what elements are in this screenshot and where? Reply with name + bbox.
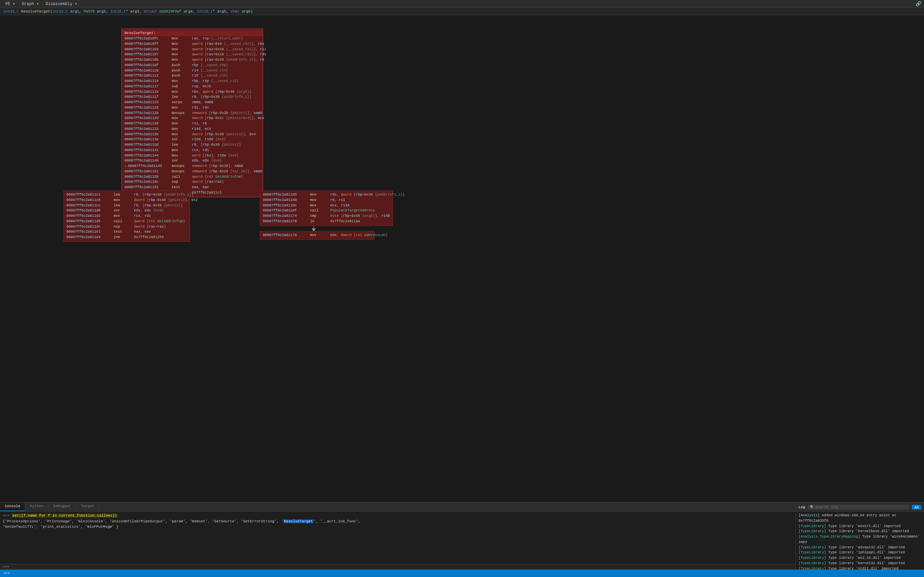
menu-pe[interactable]: PE ▾ — [3, 1, 18, 7]
asm-row: 00007ff6c2a8113dlear8, [rbp-0x30 {pHints… — [122, 142, 263, 148]
asm-row: 00007ff6c2a811d2movrcx, rdi — [64, 213, 190, 219]
sig-p6-name: arg6 — [242, 10, 250, 13]
tab-python[interactable]: Python — [25, 503, 48, 511]
asm-row: 00007ff6c2a811dcnopdword [rax+rax] — [64, 224, 190, 230]
asm-row: 00007ff6c2a81144movword [rbx], r15w {0x0… — [122, 153, 263, 158]
log-line: [TypeLibrary] Type library 'kernelbase.d… — [798, 529, 921, 534]
link-icon[interactable]: 🔗 — [916, 1, 921, 7]
asm-row: 00007ff6c2a8115cnopdword [rax+rax] — [122, 179, 263, 185]
asm-row: 00007ff6c2a81126movrdi, rdx — [122, 105, 263, 111]
function-signature: int32_t ResolveTarget(int32_t arg1, PWST… — [0, 8, 924, 15]
console-prompt: >>> — [3, 514, 11, 517]
console-tabs: Console Python Debugger Target — [0, 503, 795, 512]
asm-row: 00007ff6c2a81103movqword [rax+0x10 {__sa… — [122, 47, 263, 52]
sig-p4-kw: struct — [144, 10, 159, 13]
console-output[interactable]: >>> set([f.name for f in current_functio… — [0, 512, 795, 564]
log-line: [TypeLibrary] Type library 'msvcrt.dll' … — [798, 524, 921, 529]
asm-row: 00007ff6c2a811e3jne0x7ff6c2a81250 — [64, 235, 190, 240]
search-icon: 🔍 — [810, 505, 814, 509]
log-all-button[interactable]: All — [912, 505, 921, 509]
sig-p2-type: PWSTR — [84, 10, 97, 13]
sig-funcname: ResolveTarget — [21, 10, 50, 13]
asm-row: 00007ff6c2a8116fcallPopulateTargetAddres… — [260, 208, 393, 213]
console-area: Console Python Debugger Target >>> set([… — [0, 503, 796, 570]
asm-block-right[interactable]: 00007ff6c2a81165movrdx, qword [rbp+0x38 … — [260, 190, 393, 226]
log-search-input[interactable] — [815, 505, 907, 509]
asm-block-bottom[interactable]: 00007ff6c2a8117amovedx, dword [rel addre… — [260, 231, 374, 240]
asm-row: 00007ff6c2a81178je0x7ff6c2a811aa — [260, 219, 393, 224]
log-output[interactable]: [Analysis] Added windows-x86_64 entry po… — [796, 512, 924, 570]
asm-row: 00007ff6c2a81151movupsxmmword [rbp-0x10 … — [122, 169, 263, 174]
asm-row: 00007ff6c2a811c5movdword [rbp-0x30 {pHin… — [64, 198, 190, 203]
asm-row: 00007ff6c2a811d0xoredx, edx {0x0} — [64, 208, 190, 213]
console-prompt-str: >>> — [3, 565, 10, 569]
sig-p3-name: arg3 — [130, 10, 139, 13]
menu-bar: PE ▾ Graph ▾ Disassembly ▾ 🔗 — [0, 0, 924, 8]
sig-p1-name: arg1 — [70, 10, 79, 13]
asm-row: 00007ff6c2a81155callqword [rel GetAddrIn… — [122, 174, 263, 180]
asm-row: 00007ff6c2a8117amovedx, dword [rel addre… — [260, 233, 374, 238]
asm-row: 00007ff6c2a8110bmovqword [rax+0x20 {pAdd… — [122, 57, 263, 63]
sig-p2-name: arg2 — [97, 10, 106, 13]
log-title: Log — [798, 505, 805, 509]
console-input[interactable] — [11, 565, 793, 569]
asm-row: 00007ff6c2a81117subrsp, 0x70 — [122, 84, 263, 89]
asm-row: 00007ff6c2a81136movdword [rbp-0x30 {pHin… — [122, 132, 263, 137]
main-content: ResolveTarget: 00007ff6c2a810fcmovrax, r… — [0, 15, 924, 502]
status-prompt: >>> — [3, 571, 10, 575]
log-line: [TypeLibrary] Type library 'ntdll.dll' i… — [798, 566, 921, 570]
asm-row-warn: ⚠00007ff6c2a8114dmovupsxmmword [rbp-0x20… — [122, 164, 263, 169]
sig-p3-type: int16_t — [110, 10, 126, 13]
graph-area[interactable]: ResolveTarget: 00007ff6c2a810fcmovrax, r… — [0, 15, 924, 502]
asm-row: 00007ff6c2a81112pushr15 {__saved_r15} — [122, 73, 263, 79]
log-header: Log 🔍 All — [796, 503, 924, 512]
asm-row: 00007ff6c2a811c1lear9, [rbp+0x38 {pAddrI… — [64, 192, 190, 198]
sig-p5-name: arg5 — [217, 10, 226, 13]
asm-row: 00007ff6c2a8111flear9, [rbp+0x38 {pAddrI… — [122, 94, 263, 100]
log-line: [TypeLibrary] Type library 'kernel32.dll… — [798, 561, 921, 566]
bottom-panel: Console Python Debugger Target >>> set([… — [0, 502, 924, 570]
menu-disassembly[interactable]: Disassembly ▾ — [43, 1, 80, 7]
console-command: set([f.name for f in current_function.ca… — [11, 514, 118, 517]
console-line: >>> set([f.name for f in current_functio… — [3, 513, 793, 519]
asm-row: 00007ff6c2a81161testeax, eax — [122, 185, 263, 190]
asm-row: 00007ff6c2a811e1testeax, eax — [64, 229, 190, 235]
log-search[interactable]: 🔍 — [808, 505, 909, 509]
menu-items: PE ▾ Graph ▾ Disassembly ▾ — [3, 1, 80, 7]
asm-row: 00007ff6c2a81107movqword [rax+0x18 {__sa… — [122, 52, 263, 57]
asm-row: 00007ff6c2a8110fpushrbp {__saved_rbp} — [122, 63, 263, 68]
console-input-line: >>> — [0, 564, 795, 570]
asm-block-main[interactable]: ResolveTarget: 00007ff6c2a810fcmovrax, r… — [121, 29, 263, 197]
asm-row: 00007ff6c2a81133movr14d, ecx — [122, 126, 263, 132]
log-line: [TypeLibrary] Type library 'iphlpapi.dll… — [798, 550, 921, 555]
sig-p5-type: int16_t — [197, 10, 213, 13]
asm-row: 00007ff6c2a81141movrcx, rdi — [122, 148, 263, 153]
asm-row: 00007ff6c2a81148xoredx, edx {0x0} — [122, 158, 263, 164]
sig-return-type: int32_t — [3, 10, 21, 13]
asm-row: 00007ff6c2a8113axorr15d, r15d {0x0} — [122, 137, 263, 142]
asm-row: 00007ff6c2a81130movrsi, r8 — [122, 121, 263, 126]
console-result-1: {'ProcessOptions', 'PrintUsage', 'NlsiCo… — [3, 519, 360, 523]
asm-row: 00007ff6c2a811d5callqword [rel GetAddrIn… — [64, 219, 190, 224]
asm-row: 00007ff6c2a810fcmovrax, rsp {__return_ad… — [122, 36, 263, 42]
log-line: [Analysis] Added windows-x86_64 entry po… — [798, 513, 921, 524]
asm-row: 00007ff6c2a811cclear8, [rbp-0x30 {pHints… — [64, 203, 190, 208]
log-line: [Analysis.TypeLibraryMapping] Type libra… — [798, 534, 921, 545]
tab-target[interactable]: Target — [76, 503, 100, 511]
asm-row: 00007ff6c2a810ffmovqword [rax+0x8 {__sav… — [122, 42, 263, 47]
console-line: {'ProcessOptions', 'PrintUsage', 'NlsiCo… — [3, 519, 793, 524]
asm-row: 00007ff6c2a81123xorpsxmm0, xmm0 — [122, 100, 263, 105]
console-line: 'GetDefaultTTL', 'print_statistics', 'Nl… — [3, 524, 793, 530]
sig-p4-type: ADDRINFOW — [159, 10, 179, 13]
asm-row: 00007ff6c2a81110pushr14 {__saved_r14} — [122, 68, 263, 74]
log-area: Log 🔍 All [Analysis] Added windows-x86_6… — [796, 503, 924, 570]
tab-console[interactable]: Console — [0, 503, 25, 511]
sig-p1-type: int32_t — [52, 10, 70, 13]
status-bar: >>> — [0, 570, 924, 577]
log-line: [TypeLibrary] Type library 'advapi32.dll… — [798, 545, 921, 550]
menu-graph[interactable]: Graph ▾ — [19, 1, 42, 7]
asm-block-left[interactable]: 00007ff6c2a811c1lear9, [rbp+0x38 {pAddrI… — [63, 190, 190, 242]
highlighted-name: ResolveTarget — [283, 519, 314, 523]
tab-debugger[interactable]: Debugger — [48, 503, 76, 511]
asm-row: 00007ff6c2a81174cmpbyte [rbp+0x50 {arg6}… — [260, 213, 393, 219]
